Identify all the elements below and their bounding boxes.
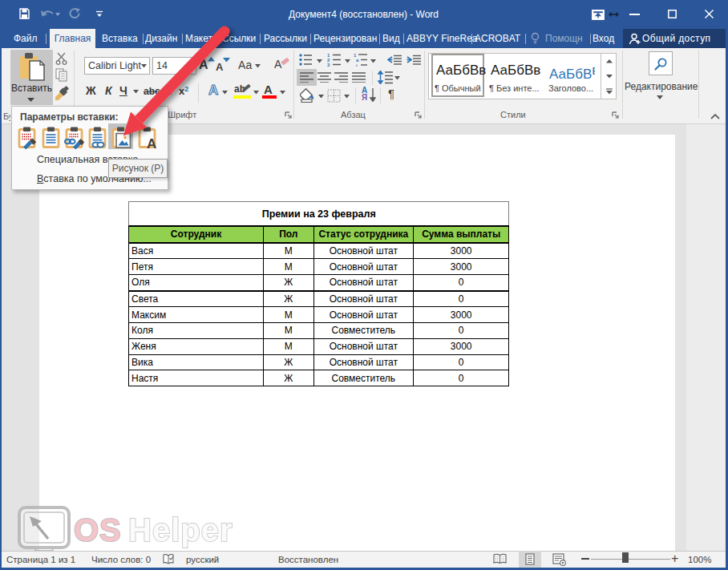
svg-text:OS: OS xyxy=(74,512,122,548)
svg-text:i: i xyxy=(356,63,358,67)
svg-text:a: a xyxy=(356,58,359,63)
svg-text:1: 1 xyxy=(354,53,357,58)
svg-text:3: 3 xyxy=(327,63,330,67)
svg-text:Helper: Helper xyxy=(128,512,233,548)
